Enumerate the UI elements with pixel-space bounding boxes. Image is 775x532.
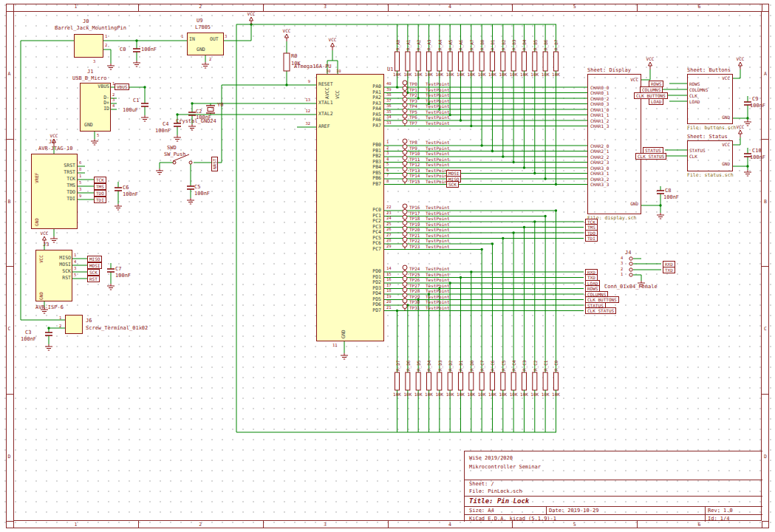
net-label-clk_status[interactable]: CLK_STATUS [635, 153, 666, 160]
sheet-status-file: File: status.sch [687, 173, 734, 178]
net-label-load[interactable]: LOAD [649, 98, 663, 105]
sheet-status-gnd-pin: GND [697, 161, 730, 166]
frame-row-label: C [8, 327, 11, 332]
resistor-ref: R_B1 [490, 40, 495, 50]
c4-value: 100nF [155, 128, 171, 134]
resistor-value: 10K [403, 392, 413, 398]
sheet-buttons-name: Sheet: Buttons [687, 67, 731, 73]
net-label-miso[interactable]: MISO [87, 256, 102, 262]
mcu-pin-name-PD4: PD4 [355, 291, 381, 296]
c10-ref: C10 [752, 148, 762, 154]
sheet-buttons-pin: CLK [689, 93, 697, 98]
c5-value: 100nF [194, 191, 210, 197]
frame-tick [263, 521, 264, 528]
mcu-pin-number: 37 [386, 98, 397, 103]
net-label-clk_status[interactable]: CLK_STATUS [585, 307, 616, 314]
mcu-pin-number: 35 [386, 109, 397, 114]
net-label-rst[interactable]: RST [87, 276, 100, 282]
y0-ref: Y0 [217, 102, 223, 108]
mcu-pin-number: 25 [386, 222, 397, 226]
resistor-ref: R_D7 [395, 361, 400, 371]
frame-tick [762, 394, 769, 395]
mcu-pin-number: 20 [386, 299, 397, 304]
resistor-ref: R_A5 [448, 40, 453, 50]
frame-tick [6, 266, 13, 267]
frame-tick [13, 521, 14, 528]
mcu-pin-number: 23 [386, 211, 397, 215]
resistor-ref: R_C4 [511, 361, 516, 371]
net-label-nrst[interactable]: NRST [211, 157, 218, 171]
c2-ref: C2 [196, 109, 202, 115]
frame-tick [6, 11, 13, 12]
sheet-display-pin: CHAR3_1 [590, 171, 609, 176]
c3-ref: C3 [25, 330, 31, 335]
j2-pin-number: 8 [79, 167, 81, 171]
j2-value: AVR-JTAG-10 [38, 146, 72, 151]
titleblock-date: Date: 2019-10-29 [549, 508, 598, 514]
j3-vcc-label: VCC [38, 255, 44, 263]
mcu-left-pin-number: 32 [298, 121, 310, 126]
j6-body[interactable] [65, 315, 83, 334]
frame-tick [138, 521, 139, 528]
net-label-tdi[interactable]: TDI [94, 197, 106, 203]
c10-value: 100nF [750, 154, 765, 160]
frame-tick [388, 4, 389, 11]
j1-pin-number: 3 [112, 98, 115, 102]
j0-body[interactable] [74, 34, 103, 58]
testpoint-ref[interactable]: TP23 [409, 244, 420, 250]
sheet-buttons-vcc-pin: VCC [697, 75, 730, 81]
net-label-vbus[interactable]: VBUS [115, 83, 129, 90]
testpoint-ref[interactable]: TP31 [409, 305, 420, 311]
testpoint-ref[interactable]: TP7 [409, 120, 417, 126]
mcu-pin-number: 33 [386, 120, 397, 125]
sheet-display-pin: CHAR2_0 [590, 143, 609, 149]
resistor-ref: R_B5 [533, 40, 538, 50]
resistor-value: 10K [392, 392, 403, 398]
frame-column-label: 5 [573, 522, 576, 528]
j1-pin-number: 4 [112, 103, 115, 108]
u9-pin-number: 1 [181, 34, 183, 38]
frame-column-label: 3 [324, 4, 327, 10]
j2-pin-number: 1 [79, 174, 81, 178]
mcu-pin-number: 14 [386, 266, 397, 270]
mcu-left-pin-name: RESET [318, 82, 333, 87]
resistor-ref: R_A4 [437, 40, 443, 50]
j1-value: USB_B_Micro [72, 75, 106, 81]
j3-pin-number: 5 [74, 273, 76, 277]
j3-pin-name: MOSI [46, 262, 71, 267]
frame-tick [512, 521, 513, 528]
mcu-pin-number: 28 [386, 238, 397, 242]
j4-pin-number: 4 [621, 256, 623, 260]
resistor-ref: R_C7 [479, 361, 485, 371]
net-label-mosi[interactable]: MOSI [87, 262, 102, 269]
titleblock-comment-top: WiSe 2019/2020 [469, 455, 513, 461]
testpoint-ref[interactable]: TP15 [409, 179, 420, 185]
j2-pin-name: TMS [50, 183, 75, 188]
resistor-ref: R_D3 [437, 361, 443, 371]
resistor-value: 10K [540, 72, 550, 78]
r0-ref: R0 [291, 53, 297, 59]
frame-column-label: 1 [74, 4, 77, 10]
net-label-tdi[interactable]: TDI [585, 235, 598, 242]
frame-tick [6, 139, 13, 140]
net-label-tdo[interactable]: TDO [94, 190, 106, 197]
mcu-left-pin-number: 13 [298, 98, 310, 102]
net-label-tms[interactable]: TMS [94, 183, 106, 190]
j6-ref: J6 [86, 318, 92, 324]
j6-pin-number: 1 [59, 316, 61, 320]
c6-ref: C6 [123, 185, 129, 191]
j2-pin-name: TCK [50, 177, 75, 182]
net-label-sck[interactable]: SCK [87, 269, 100, 276]
j3-pin-number: 4 [74, 259, 76, 264]
sheet-display-pin: CHAR0_0 [590, 85, 609, 90]
net-label-tck[interactable]: TCK [94, 177, 106, 183]
j2-pin-number: 3 [79, 187, 81, 191]
mcu-pin-name-PC0: PC0 [355, 208, 381, 213]
net-label-sck[interactable]: SCK [446, 181, 459, 188]
swd-ref: SWD [167, 145, 177, 151]
mcu-pin-number: 40 [386, 81, 397, 86]
j2-pin-name: TDI [50, 197, 75, 202]
resistor-value: 10K [487, 392, 497, 398]
net-label-txd[interactable]: TXD [663, 267, 675, 273]
frame-tick [263, 4, 264, 11]
